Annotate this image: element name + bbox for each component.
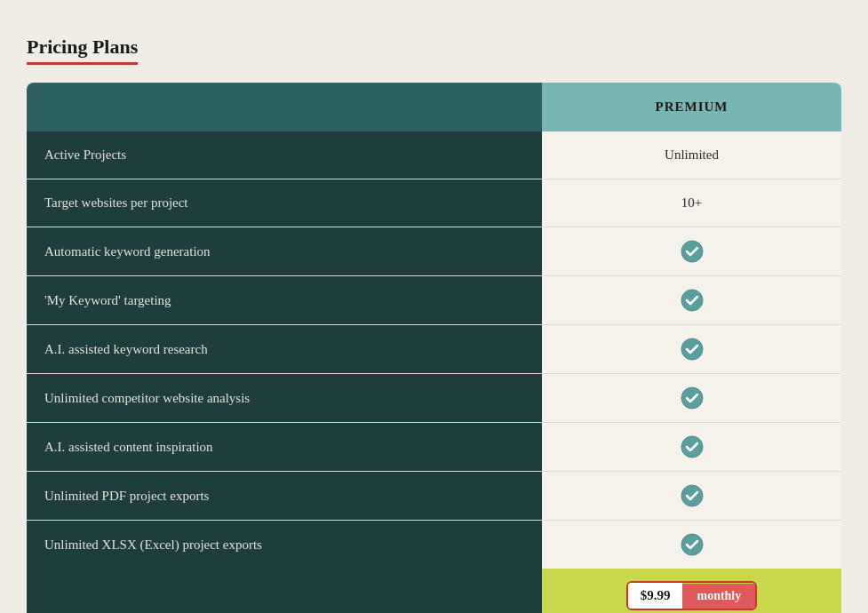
value-cell xyxy=(542,423,841,471)
feature-label: 'My Keyword' targeting xyxy=(44,293,171,308)
svg-point-3 xyxy=(681,387,703,409)
svg-point-0 xyxy=(681,241,703,262)
table-row: Unlimited competitor website analysis xyxy=(27,374,841,423)
value-cell xyxy=(542,521,841,569)
value-cell xyxy=(542,325,841,373)
premium-label: PREMIUM xyxy=(656,100,729,115)
feature-label: Active Projects xyxy=(44,147,126,163)
table-row: Automatic keyword generation xyxy=(27,227,841,276)
table-row: Unlimited PDF project exports xyxy=(27,472,841,521)
feature-value: 10+ xyxy=(681,195,702,211)
table-row: 'My Keyword' targeting xyxy=(27,276,841,325)
feature-value: Unlimited xyxy=(665,147,719,163)
value-cell: 10+ xyxy=(542,179,841,227)
table-row: A.I. assisted keyword research xyxy=(27,325,841,374)
feature-label: Unlimited PDF project exports xyxy=(44,489,209,504)
check-icon xyxy=(681,289,704,312)
page-container: Pricing Plans PREMIUM Active ProjectsUnl… xyxy=(18,18,850,613)
svg-point-2 xyxy=(681,338,703,360)
check-icon xyxy=(681,338,704,361)
feature-cell: Unlimited competitor website analysis xyxy=(27,374,542,422)
header-premium-cell: PREMIUM xyxy=(542,83,841,131)
feature-label: Target websites per project xyxy=(44,195,188,211)
svg-point-6 xyxy=(681,534,703,555)
svg-point-5 xyxy=(681,485,703,506)
feature-label: Unlimited competitor website analysis xyxy=(44,391,250,406)
footer-feature-cell xyxy=(27,569,542,613)
value-cell xyxy=(542,227,841,275)
check-icon xyxy=(681,484,704,507)
feature-label: A.I. assisted keyword research xyxy=(44,342,208,357)
footer-pricing-cell: $9.99monthly$99.99yearly xyxy=(542,569,841,613)
feature-cell: Automatic keyword generation xyxy=(27,227,542,275)
feature-cell: 'My Keyword' targeting xyxy=(27,276,542,324)
check-icon xyxy=(681,240,704,263)
feature-cell: Active Projects xyxy=(27,131,542,179)
feature-label: Unlimited XLSX (Excel) project exports xyxy=(44,537,262,553)
header-feature-cell xyxy=(27,83,542,131)
value-cell xyxy=(542,374,841,422)
table-row: A.I. assisted content inspiration xyxy=(27,423,841,472)
table-header: PREMIUM xyxy=(27,83,841,131)
feature-cell: A.I. assisted content inspiration xyxy=(27,423,542,471)
svg-point-1 xyxy=(681,290,703,311)
check-icon xyxy=(681,435,704,458)
check-icon xyxy=(681,533,704,556)
value-cell xyxy=(542,472,841,520)
table-row: Active ProjectsUnlimited xyxy=(27,131,841,179)
value-cell: Unlimited xyxy=(542,131,841,179)
feature-label: A.I. assisted content inspiration xyxy=(44,440,213,455)
svg-point-4 xyxy=(681,436,703,458)
table-row: Unlimited XLSX (Excel) project exports xyxy=(27,521,841,569)
feature-cell: A.I. assisted keyword research xyxy=(27,325,542,373)
table-row: Target websites per project10+ xyxy=(27,179,841,227)
check-icon xyxy=(681,386,704,410)
price-row[interactable]: $9.99monthly xyxy=(626,581,758,610)
table-body: Active ProjectsUnlimitedTarget websites … xyxy=(27,131,841,569)
page-title: Pricing Plans xyxy=(27,36,138,65)
price-amount: $9.99 xyxy=(628,583,683,609)
feature-cell: Unlimited XLSX (Excel) project exports xyxy=(27,521,542,569)
pricing-footer: $9.99monthly$99.99yearly xyxy=(27,569,841,613)
value-cell xyxy=(542,276,841,324)
feature-cell: Unlimited PDF project exports xyxy=(27,472,542,520)
feature-label: Automatic keyword generation xyxy=(44,244,211,259)
feature-cell: Target websites per project xyxy=(27,179,542,227)
pricing-table: PREMIUM Active ProjectsUnlimitedTarget w… xyxy=(27,83,841,613)
price-period[interactable]: monthly xyxy=(682,584,755,609)
